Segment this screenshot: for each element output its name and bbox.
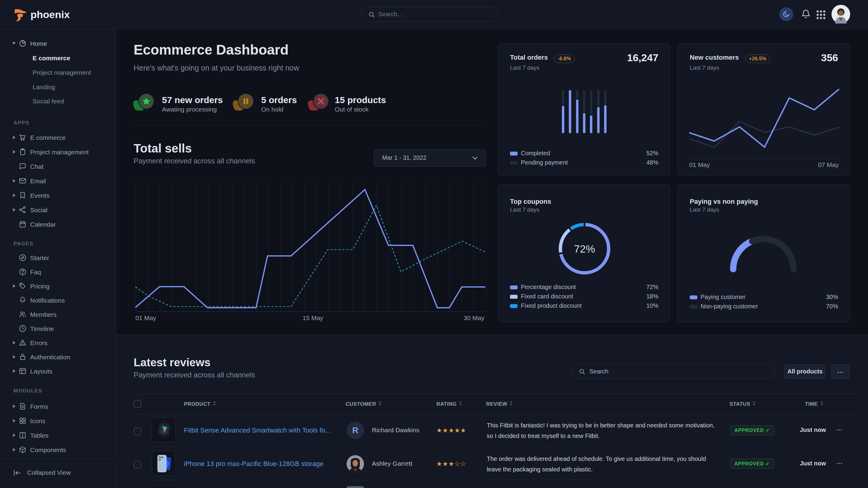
- svg-text:72%: 72%: [574, 243, 595, 255]
